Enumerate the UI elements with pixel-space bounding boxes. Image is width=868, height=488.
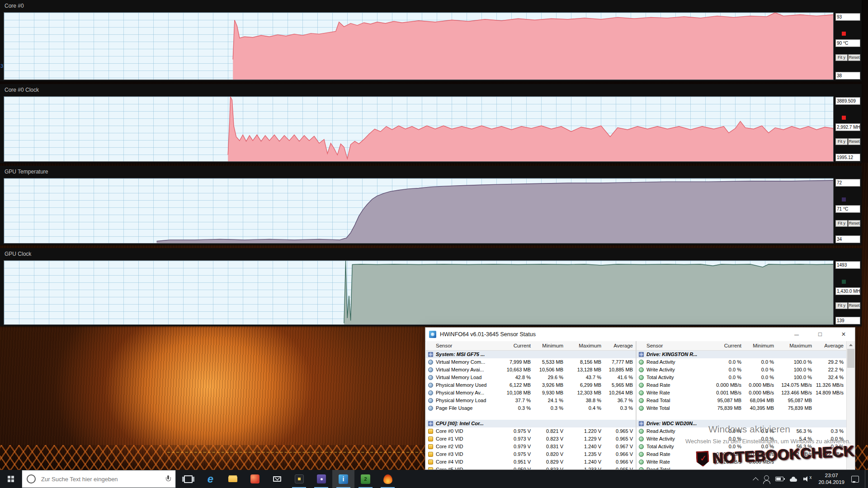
sensor-value: 36.7 %	[602, 397, 633, 404]
taskbar-search[interactable]	[22, 470, 176, 488]
sensor-row[interactable]: Core #1 VID0.973 V0.823 V1.229 V0.965 V	[426, 435, 636, 443]
tray-battery-icon[interactable]	[775, 477, 783, 481]
column-header: Sensor	[436, 341, 498, 350]
sensor-value: 68,094 MB	[742, 397, 774, 404]
tray-people-icon[interactable]	[764, 475, 769, 480]
app-flame-button[interactable]	[377, 470, 399, 488]
sensor-row[interactable]: Core #2 VID0.979 V0.831 V1.240 V0.967 V	[426, 443, 636, 450]
sensor-row[interactable]: Write Rate0.001 MB/s0.000 MB/s123.466 MB…	[637, 389, 846, 397]
sensor-name: Total Activity	[646, 374, 709, 381]
sensor-value: 0.829 V	[532, 458, 563, 466]
sensor-row[interactable]: Read Total95,087 MB68,094 MB95,087 MB	[637, 397, 846, 404]
sensor-row[interactable]: Virtual Memory Load42.8 %29.6 %43.7 %41.…	[426, 374, 636, 381]
sensor-row[interactable]: Write Total75,839 MB40,395 MB75,839 MB	[637, 404, 846, 412]
sensor-row[interactable]: Physical Memory Av...10,108 MB9,930 MB12…	[426, 389, 636, 397]
sensor-row[interactable]: Core #5 VID0.950 V0.823 V1.233 V0.965 V	[426, 466, 636, 470]
close-button[interactable]	[832, 328, 855, 341]
section-icon	[639, 421, 644, 426]
app-green-button[interactable]	[354, 470, 377, 488]
sensor-value: 0.831 V	[532, 443, 563, 450]
graph-window-gpu-clock: GPU Clock 1493 1,430.0 MHz Fit y Reset 1…	[0, 248, 862, 326]
graph-sidebar: 93 90 °C Fit y Reset 38	[835, 0, 862, 81]
sensor-name: Physical Memory Load	[436, 397, 498, 404]
reset-button[interactable]: Reset	[848, 220, 860, 227]
table-header-row[interactable]: SensorCurrentMinimumMaximumAverage	[637, 341, 846, 351]
app-purple-button[interactable]	[310, 470, 332, 488]
sensor-row[interactable]: Core #0 VID0.975 V0.821 V1.220 V0.965 V	[426, 427, 636, 435]
hwinfo-button[interactable]	[332, 470, 354, 488]
sensor-name: Write Total	[646, 404, 709, 412]
series-color-marker	[842, 280, 846, 284]
reset-button[interactable]: Reset	[848, 302, 860, 309]
sensor-value: 1.240 V	[564, 458, 601, 466]
reset-button[interactable]: Reset	[848, 54, 860, 61]
sensor-name: Physical Memory Used	[436, 381, 498, 389]
microphone-icon[interactable]	[165, 475, 171, 483]
sensor-section-row[interactable]: Drive: KINGSTON R...	[637, 351, 846, 358]
maximize-button[interactable]	[809, 328, 831, 341]
sensor-icon	[428, 436, 433, 441]
sensor-value: 0.975 V	[499, 450, 531, 458]
graph-window-title[interactable]: GPU Clock	[0, 248, 862, 260]
sensor-section-row[interactable]: CPU [#0]: Intel Cor...	[426, 420, 636, 427]
file-explorer-button[interactable]	[222, 470, 244, 488]
sensor-value: 42.8 %	[499, 374, 531, 381]
show-desktop-button[interactable]	[865, 470, 868, 488]
action-center-icon[interactable]	[851, 476, 859, 483]
sensor-row[interactable]: Read Activity0.0 %0.0 %100.0 %29.2 %	[637, 358, 846, 366]
app-dark-button[interactable]	[288, 470, 310, 488]
sensor-icon	[428, 429, 433, 434]
sensor-value: 1.229 V	[564, 435, 601, 443]
fit-y-button[interactable]: Fit y	[835, 220, 848, 227]
scrollbar-thumb[interactable]	[847, 349, 854, 368]
mail-button[interactable]	[266, 470, 288, 488]
sensor-row[interactable]: Page File Usage0.3 %0.3 %0.4 %0.3 %	[426, 404, 636, 412]
scroll-up-arrow-icon[interactable]	[847, 341, 855, 349]
sensor-value: 0.973 V	[499, 435, 531, 443]
sensor-value: 8,156 MB	[564, 358, 601, 366]
sensor-row[interactable]: Core #3 VID0.975 V0.820 V1.235 V0.966 V	[426, 450, 636, 458]
axis-max-value: 93	[835, 13, 860, 21]
sensor-icon	[428, 452, 433, 457]
taskbar-app-icons	[177, 470, 399, 488]
task-view-button[interactable]	[177, 470, 199, 488]
edge-button[interactable]	[199, 470, 222, 488]
stray-digit: 3	[0, 63, 3, 69]
tray-expand-icon[interactable]	[753, 477, 759, 483]
sensor-row[interactable]: Write Activity0.0 %0.0 %100.0 %22.2 %	[637, 366, 846, 374]
app-red-button[interactable]	[244, 470, 266, 488]
sensor-section-row[interactable]: System: MSI GF75 ...	[426, 351, 636, 358]
sensor-value: 10,663 MB	[499, 366, 531, 374]
graph-window-title[interactable]: GPU Temperature	[0, 166, 862, 178]
sensor-row[interactable]: Read Total	[637, 466, 846, 470]
sensor-row[interactable]: Virtual Memory Com...7,999 MB5,533 MB8,1…	[426, 358, 636, 366]
sensor-value: 0.3 %	[499, 404, 531, 412]
fit-y-button[interactable]: Fit y	[835, 302, 848, 309]
sensor-value: 0.0 %	[742, 358, 774, 366]
fit-y-button[interactable]: Fit y	[835, 138, 848, 145]
reset-button[interactable]: Reset	[848, 138, 860, 145]
sensor-row[interactable]: Physical Memory Used6,122 MB3,926 MB6,29…	[426, 381, 636, 389]
tray-volume-muted-icon[interactable]	[803, 476, 811, 482]
taskbar-clock[interactable]: 23:07 20.04.2019	[818, 472, 844, 486]
sensor-name: Virtual Memory Com...	[436, 358, 498, 366]
sensor-row[interactable]: Core #4 VID0.951 V0.829 V1.240 V0.966 V	[426, 458, 636, 466]
sensor-value: 0.965 V	[602, 427, 633, 435]
sensor-icon	[428, 398, 433, 403]
sensor-row[interactable]: Total Activity0.0 %0.0 %100.0 %32.4 %	[637, 374, 846, 381]
graph-window-title[interactable]: Core #0 Clock	[0, 84, 862, 96]
table-header-row[interactable]: SensorCurrentMinimumMaximumAverage	[426, 341, 636, 351]
sensor-row[interactable]: Virtual Memory Avai...10,663 MB10,506 MB…	[426, 366, 636, 374]
sensor-value: 75,839 MB	[775, 404, 812, 412]
minimize-button[interactable]	[785, 328, 808, 341]
tray-cloud-icon[interactable]	[790, 479, 797, 482]
empty-row	[426, 412, 636, 420]
start-button[interactable]	[0, 470, 22, 488]
fit-y-button[interactable]: Fit y	[835, 54, 848, 61]
sensor-row[interactable]: Physical Memory Load37.7 %24.1 %38.8 %36…	[426, 397, 636, 404]
graph-window-core0-temp: Core #0 93 90 °C Fit y Reset 38	[0, 0, 862, 81]
graph-window-title[interactable]: Core #0	[0, 0, 862, 12]
search-input[interactable]	[40, 475, 165, 483]
window-titlebar[interactable]: HWiNFO64 v6.01-3645 Sensor Status	[425, 328, 855, 342]
sensor-row[interactable]: Read Rate0.000 MB/s0.000 MB/s124.075 MB/…	[637, 381, 846, 389]
